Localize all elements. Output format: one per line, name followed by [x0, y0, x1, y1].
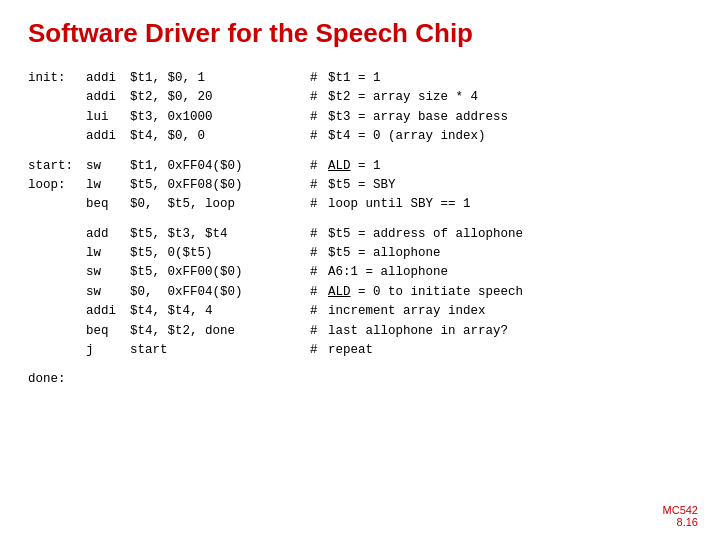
code-comment: $t3 = array base address — [328, 108, 523, 127]
code-instr: sw — [86, 283, 130, 302]
table-row: addi$t4, $0, 0 #$t4 = 0 (array index) — [28, 127, 523, 146]
code-table: init:addi$t1, $0, 1 #$t1 = 1addi$t2, $0,… — [28, 69, 523, 390]
code-instr: lui — [86, 108, 130, 127]
footer-line2: 8.16 — [663, 516, 698, 528]
code-label — [28, 322, 86, 341]
code-hash: # — [310, 108, 328, 127]
code-label: done: — [28, 370, 86, 389]
page-title: Software Driver for the Speech Chip — [28, 18, 692, 49]
code-comment: last allophone in array? — [328, 322, 523, 341]
code-comment — [328, 370, 523, 389]
table-row: add $t5, $t3, $t4 #$t5 = address of allo… — [28, 225, 523, 244]
code-operands: $t5, 0xFF00($0) — [130, 263, 310, 282]
table-row: lui $t3, 0x1000 #$t3 = array base addres… — [28, 108, 523, 127]
code-operands: $t2, $0, 20 — [130, 88, 310, 107]
code-comment: repeat — [328, 341, 523, 360]
table-row: j start #repeat — [28, 341, 523, 360]
code-operands: $t4, $t4, 4 — [130, 302, 310, 321]
spacer-row — [28, 360, 523, 370]
code-hash: # — [310, 244, 328, 263]
table-row: beq $t4, $t2, done #last allophone in ar… — [28, 322, 523, 341]
code-comment: $t5 = allophone — [328, 244, 523, 263]
code-hash: # — [310, 225, 328, 244]
code-label — [28, 225, 86, 244]
code-instr: addi — [86, 302, 130, 321]
code-hash: # — [310, 88, 328, 107]
table-row: loop: lw $t5, 0xFF08($0)#$t5 = SBY — [28, 176, 523, 195]
code-label — [28, 302, 86, 321]
code-hash: # — [310, 322, 328, 341]
code-hash — [310, 370, 328, 389]
code-label: start: — [28, 157, 86, 176]
code-comment: $t5 = SBY — [328, 176, 523, 195]
table-row: addi$t4, $t4, 4 #increment array index — [28, 302, 523, 321]
code-hash: # — [310, 341, 328, 360]
code-operands: $t5, 0xFF08($0) — [130, 176, 310, 195]
code-comment: $t4 = 0 (array index) — [328, 127, 523, 146]
code-instr: sw — [86, 157, 130, 176]
code-operands: $t4, $0, 0 — [130, 127, 310, 146]
code-label — [28, 127, 86, 146]
code-operands: $t1, 0xFF04($0) — [130, 157, 310, 176]
code-hash: # — [310, 263, 328, 282]
code-instr: addi — [86, 88, 130, 107]
code-label: loop: — [28, 176, 86, 195]
code-comment: ALD = 1 — [328, 157, 523, 176]
spacer-row — [28, 215, 523, 225]
code-hash: # — [310, 157, 328, 176]
code-hash: # — [310, 127, 328, 146]
table-row: done: — [28, 370, 523, 389]
code-operands: start — [130, 341, 310, 360]
footer: MC542 8.16 — [663, 504, 698, 528]
code-instr: addi — [86, 127, 130, 146]
code-label — [28, 283, 86, 302]
table-row: sw $t5, 0xFF00($0) #A6:1 = allophone — [28, 263, 523, 282]
code-instr: sw — [86, 263, 130, 282]
code-operands: $t4, $t2, done — [130, 322, 310, 341]
code-operands: $0, $t5, loop — [130, 195, 310, 214]
code-operands: $t5, 0($t5) — [130, 244, 310, 263]
code-hash: # — [310, 283, 328, 302]
code-label — [28, 244, 86, 263]
table-row: sw $0, 0xFF04($0) #ALD = 0 to initiate s… — [28, 283, 523, 302]
code-comment: loop until SBY == 1 — [328, 195, 523, 214]
code-label — [28, 263, 86, 282]
code-hash: # — [310, 302, 328, 321]
code-comment: $t1 = 1 — [328, 69, 523, 88]
code-comment: $t5 = address of allophone — [328, 225, 523, 244]
spacer-row — [28, 147, 523, 157]
code-instr: beq — [86, 322, 130, 341]
code-instr: add — [86, 225, 130, 244]
code-instr — [86, 370, 130, 389]
code-label — [28, 195, 86, 214]
table-row: addi$t2, $0, 20 #$t2 = array size * 4 — [28, 88, 523, 107]
table-row: beq $0, $t5, loop #loop until SBY == 1 — [28, 195, 523, 214]
code-label: init: — [28, 69, 86, 88]
code-instr: addi — [86, 69, 130, 88]
code-comment: A6:1 = allophone — [328, 263, 523, 282]
code-comment: $t2 = array size * 4 — [328, 88, 523, 107]
code-hash: # — [310, 176, 328, 195]
code-operands: $t3, 0x1000 — [130, 108, 310, 127]
code-section: init:addi$t1, $0, 1 #$t1 = 1addi$t2, $0,… — [28, 69, 692, 390]
code-instr: beq — [86, 195, 130, 214]
code-instr: lw — [86, 244, 130, 263]
code-hash: # — [310, 69, 328, 88]
code-comment: increment array index — [328, 302, 523, 321]
footer-line1: MC542 — [663, 504, 698, 516]
code-operands — [130, 370, 310, 389]
page: Software Driver for the Speech Chip init… — [0, 0, 720, 540]
code-operands: $t1, $0, 1 — [130, 69, 310, 88]
table-row: start:sw $t1, 0xFF04($0)#ALD = 1 — [28, 157, 523, 176]
code-label — [28, 88, 86, 107]
code-hash: # — [310, 195, 328, 214]
code-operands: $t5, $t3, $t4 — [130, 225, 310, 244]
code-comment: ALD = 0 to initiate speech — [328, 283, 523, 302]
code-instr: lw — [86, 176, 130, 195]
table-row: init:addi$t1, $0, 1 #$t1 = 1 — [28, 69, 523, 88]
code-label — [28, 341, 86, 360]
code-instr: j — [86, 341, 130, 360]
code-operands: $0, 0xFF04($0) — [130, 283, 310, 302]
table-row: lw $t5, 0($t5) #$t5 = allophone — [28, 244, 523, 263]
code-label — [28, 108, 86, 127]
